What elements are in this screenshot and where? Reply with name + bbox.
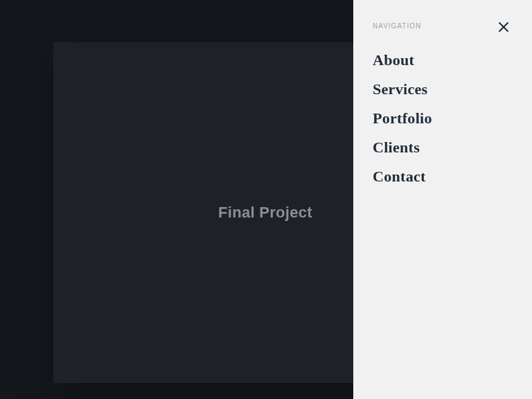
navigation-eyebrow: NAVIGATION [373,22,421,30]
navigation-list: About Services Portfolio Clients Contact [373,51,511,186]
close-button[interactable] [496,19,511,35]
nav-item-contact[interactable]: Contact [373,168,511,186]
navigation-panel: NAVIGATION About Services Portfolio Clie… [353,0,532,399]
nav-item-clients[interactable]: Clients [373,139,511,157]
navigation-header: NAVIGATION [373,21,511,35]
card-title: Final Project [218,204,312,222]
nav-item-portfolio[interactable]: Portfolio [373,109,511,127]
close-icon [497,21,510,33]
nav-item-services[interactable]: Services [373,80,511,98]
nav-item-about[interactable]: About [373,51,511,69]
